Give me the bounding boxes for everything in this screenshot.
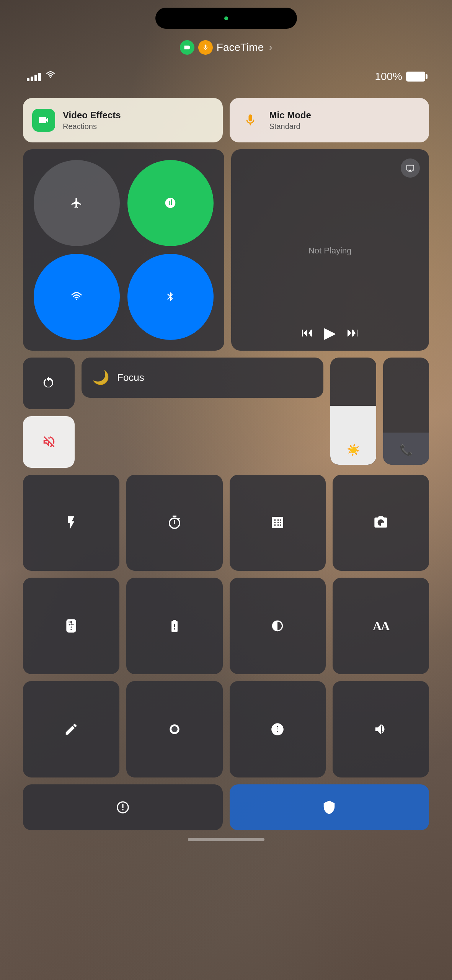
bottom-icon-1[interactable]: [23, 784, 223, 830]
svg-point-1: [171, 726, 178, 732]
now-playing-card: Not Playing ⏮ ▶ ⏭: [231, 149, 429, 351]
top-cards-row: Video Effects Reactions Mic Mode Standar…: [23, 98, 429, 142]
bluetooth-button[interactable]: [127, 254, 214, 340]
rotation-lock-button[interactable]: [23, 358, 75, 409]
airplay-button[interactable]: [401, 158, 420, 178]
signal-bar-4: [38, 73, 41, 81]
signal-wifi-group: [27, 70, 55, 83]
dynamic-island: [155, 8, 297, 29]
mic-mode-title: Mic Mode: [269, 110, 311, 121]
mic-mode-text: Mic Mode Standard: [269, 110, 311, 131]
rewind-button[interactable]: ⏮: [301, 325, 313, 340]
fast-forward-button[interactable]: ⏭: [347, 325, 359, 340]
media-controls: ⏮ ▶ ⏭: [301, 324, 359, 341]
mic-mode-icon: [239, 109, 262, 132]
facetime-chevron: ›: [269, 42, 272, 53]
icon-row-3: S: [23, 681, 429, 777]
screen-record-button[interactable]: [126, 681, 223, 777]
camera-button[interactable]: [333, 475, 429, 571]
color-invert-button[interactable]: [230, 578, 326, 674]
play-button[interactable]: ▶: [324, 324, 336, 341]
signal-bars: [27, 72, 41, 81]
video-effects-card[interactable]: Video Effects Reactions: [23, 98, 223, 142]
flashlight-button[interactable]: [23, 475, 119, 571]
video-effects-title: Video Effects: [63, 110, 121, 121]
low-power-button[interactable]: [126, 578, 223, 674]
dynamic-island-indicator: [224, 16, 228, 20]
mute-button[interactable]: [23, 416, 75, 468]
bottom-icon-2[interactable]: [230, 784, 429, 830]
cellular-button[interactable]: [127, 160, 214, 246]
mic-mode-subtitle: Standard: [269, 122, 311, 131]
shazam-button[interactable]: S: [230, 681, 326, 777]
svg-text:S: S: [274, 725, 279, 733]
sound-recognition-button[interactable]: [333, 681, 429, 777]
text-size-button[interactable]: AA: [333, 578, 429, 674]
not-playing-label: Not Playing: [308, 178, 352, 324]
icon-row-1: [23, 475, 429, 571]
middle-row: Not Playing ⏮ ▶ ⏭: [23, 149, 429, 351]
facetime-mic-icon: [198, 40, 213, 55]
facetime-bar[interactable]: FaceTime ›: [180, 40, 272, 55]
mic-mode-card[interactable]: Mic Mode Standard: [230, 98, 429, 142]
remote-button[interactable]: [23, 578, 119, 674]
battery-icon: [406, 72, 425, 82]
volume-slider[interactable]: 📞: [383, 358, 429, 465]
brightness-slider[interactable]: ☀️: [330, 358, 376, 465]
battery-percentage: 100%: [375, 70, 402, 83]
home-indicator: [188, 838, 264, 841]
video-effects-icon: [32, 109, 55, 132]
video-effects-subtitle: Reactions: [63, 122, 121, 131]
video-effects-text: Video Effects Reactions: [63, 110, 121, 131]
icon-row-2: AA: [23, 578, 429, 674]
markup-button[interactable]: [23, 681, 119, 777]
facetime-label: FaceTime: [217, 41, 264, 54]
volume-icon: 📞: [400, 444, 413, 456]
controls-row: 🌙 Focus ☀️ 📞: [23, 358, 429, 468]
facetime-camera-icon: [180, 40, 194, 55]
calculator-button[interactable]: [230, 475, 326, 571]
connectivity-card: [23, 149, 224, 351]
airplane-mode-button[interactable]: [34, 160, 120, 246]
moon-icon: 🌙: [92, 369, 109, 385]
status-bar: 100%: [23, 70, 429, 83]
wifi-toggle-button[interactable]: [34, 254, 120, 340]
focus-button[interactable]: 🌙 Focus: [82, 358, 323, 398]
signal-bar-3: [34, 75, 37, 81]
wifi-icon: [46, 70, 55, 83]
focus-label: Focus: [117, 372, 144, 384]
battery-area: 100%: [375, 70, 425, 83]
signal-bar-2: [31, 77, 33, 81]
signal-bar-1: [27, 78, 29, 81]
brightness-icon: ☀️: [347, 444, 360, 456]
bottom-row-partial: [23, 784, 429, 830]
timer-button[interactable]: [126, 475, 223, 571]
